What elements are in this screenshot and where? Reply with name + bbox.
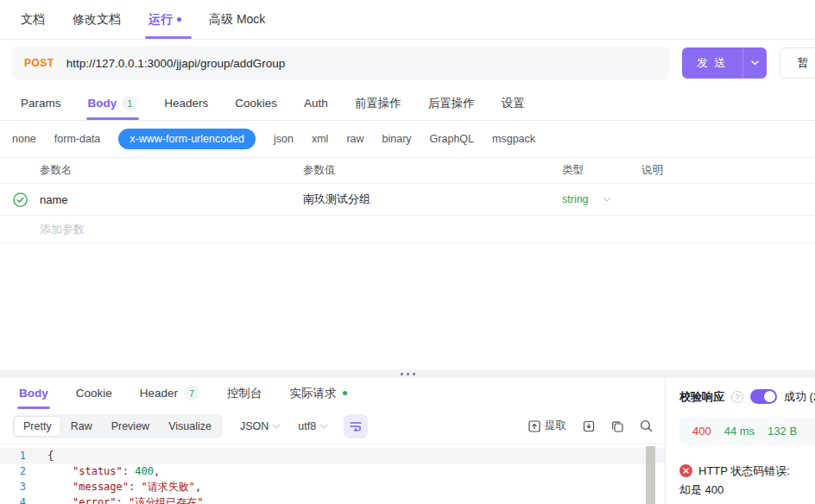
body-type-graphql[interactable]: GraphQL xyxy=(430,133,474,145)
code-line: 2 "status": 400, xyxy=(0,463,665,479)
unsaved-dot xyxy=(177,17,181,22)
tab-cookies-label: Cookies xyxy=(235,97,277,110)
download-button[interactable] xyxy=(583,420,595,432)
table-row: name 南玖测试分组 string xyxy=(0,184,815,216)
body-type-binary[interactable]: binary xyxy=(382,133,412,145)
tab-body-label: Body xyxy=(88,97,117,110)
chevron-down-icon xyxy=(319,424,328,429)
request-bar: POST 发 送 暂 存 xyxy=(0,40,815,86)
toolbar-right-icons: 提取 xyxy=(528,419,653,433)
size-value: 132 B xyxy=(768,425,797,438)
encoding-select-value: utf8 xyxy=(298,420,316,432)
body-type-form-data[interactable]: form-data xyxy=(54,133,101,145)
body-type-raw[interactable]: raw xyxy=(346,133,363,145)
view-mode-preview[interactable]: Preview xyxy=(102,416,159,437)
tab-post-actions-label: 后置操作 xyxy=(428,96,475,111)
copy-button[interactable] xyxy=(611,420,623,432)
code-line: 3 "message": "请求失败", xyxy=(0,479,665,495)
search-icon xyxy=(640,419,653,432)
resp-tab-cookie[interactable]: Cookie xyxy=(76,378,112,409)
word-wrap-button[interactable] xyxy=(344,414,368,438)
resp-tab-console-label: 控制台 xyxy=(227,386,262,401)
resp-tab-actual-request[interactable]: 实际请求 xyxy=(290,378,347,409)
tab-headers-label: Headers xyxy=(164,97,208,110)
add-param-row[interactable]: 添加参数 xyxy=(0,216,815,243)
tab-params[interactable]: Params xyxy=(21,86,61,120)
duration-value: 44 ms xyxy=(724,425,755,438)
header-param-name: 参数名 xyxy=(40,163,303,178)
scrollbar[interactable] xyxy=(646,446,655,504)
tab-settings[interactable]: 设置 xyxy=(502,86,525,120)
panel-resize-handle[interactable] xyxy=(0,370,815,378)
response-body-viewer[interactable]: 1 { 2 "status": 400, 3 "message": "请求失败"… xyxy=(0,444,665,504)
doc-tab-bar: 文档 修改文档 运行 高级 Mock xyxy=(0,0,815,40)
chevron-down-icon xyxy=(603,197,611,202)
validation-toggle[interactable] xyxy=(750,389,777,404)
search-button[interactable] xyxy=(640,419,653,432)
send-button[interactable]: 发 送 xyxy=(682,47,742,79)
body-type-urlencoded[interactable]: x-www-form-urlencoded xyxy=(118,129,256,149)
tab-pre-actions-label: 前置操作 xyxy=(355,96,401,111)
param-name-cell[interactable]: name xyxy=(40,193,303,206)
stash-button[interactable]: 暂 存 xyxy=(780,47,815,79)
body-type-json[interactable]: json xyxy=(274,133,294,145)
error-text-line2: 却是 400 xyxy=(679,481,815,500)
status-code-value: 400 xyxy=(692,425,711,438)
actual-request-dot xyxy=(343,391,347,395)
url-input[interactable] xyxy=(66,57,584,70)
extract-button[interactable]: 提取 xyxy=(528,419,566,433)
validation-panel: 校验响应 成功 (2 400 44 ms 132 B HTTP 状态码错误: 却… xyxy=(665,378,815,504)
url-box[interactable]: POST xyxy=(12,47,669,79)
response-main: Body Cookie Header7 控制台 实际请求 Pretty Raw … xyxy=(0,378,665,504)
view-mode-visualize[interactable]: Visualize xyxy=(159,416,221,437)
resp-tab-body[interactable]: Body xyxy=(19,378,48,409)
error-text-line1: HTTP 状态码错误: xyxy=(698,462,790,481)
add-param-placeholder: 添加参数 xyxy=(40,222,303,237)
body-type-xml[interactable]: xml xyxy=(312,133,328,145)
tab-params-label: Params xyxy=(21,97,61,110)
resp-tab-actual-request-label: 实际请求 xyxy=(290,386,337,401)
validation-header: 校验响应 成功 (2 xyxy=(679,389,815,405)
extract-label: 提取 xyxy=(545,419,566,433)
tab-edit-document[interactable]: 修改文档 xyxy=(73,0,121,39)
header-param-value: 参数值 xyxy=(303,163,562,178)
tab-auth[interactable]: Auth xyxy=(304,86,328,120)
tab-body[interactable]: Body1 xyxy=(88,86,138,120)
enabled-check-icon[interactable] xyxy=(13,192,28,207)
encoding-select[interactable]: utf8 xyxy=(298,420,328,432)
format-select[interactable]: JSON xyxy=(240,420,281,432)
resp-tab-header[interactable]: Header7 xyxy=(140,378,199,409)
tab-pre-actions[interactable]: 前置操作 xyxy=(355,86,401,120)
params-table: 参数名 参数值 类型 说明 name 南玖测试分组 string 添加参数 xyxy=(0,157,815,243)
download-icon xyxy=(583,420,595,432)
chevron-down-icon xyxy=(272,424,281,429)
tab-advanced-mock-label: 高级 Mock xyxy=(209,12,265,28)
tab-document[interactable]: 文档 xyxy=(21,0,45,39)
copy-icon xyxy=(611,420,623,432)
response-tab-bar: Body Cookie Header7 控制台 实际请求 xyxy=(0,378,665,409)
tab-headers[interactable]: Headers xyxy=(164,86,208,120)
tab-settings-label: 设置 xyxy=(502,96,525,111)
tab-cookies[interactable]: Cookies xyxy=(235,86,277,120)
format-select-value: JSON xyxy=(240,420,269,432)
response-section: Body Cookie Header7 控制台 实际请求 Pretty Raw … xyxy=(0,378,815,504)
params-table-header: 参数名 参数值 类型 说明 xyxy=(0,157,815,184)
send-dropdown-button[interactable] xyxy=(742,47,767,79)
view-mode-pretty[interactable]: Pretty xyxy=(14,416,61,437)
tab-run[interactable]: 运行 xyxy=(148,0,181,39)
body-type-msgpack[interactable]: msgpack xyxy=(492,133,535,145)
validation-title: 校验响应 xyxy=(679,389,724,405)
tab-post-actions[interactable]: 后置操作 xyxy=(428,86,475,120)
request-tab-bar: Params Body1 Headers Cookies Auth 前置操作 后… xyxy=(0,86,815,121)
body-type-bar: none form-data x-www-form-urlencoded jso… xyxy=(0,121,815,157)
help-icon[interactable] xyxy=(731,391,743,403)
header-param-type: 类型 xyxy=(562,163,641,178)
tab-advanced-mock[interactable]: 高级 Mock xyxy=(209,0,265,39)
body-type-none[interactable]: none xyxy=(12,133,36,145)
param-value-cell[interactable]: 南玖测试分组 xyxy=(303,192,562,207)
line-number: 4 xyxy=(0,495,38,504)
body-count-badge: 1 xyxy=(122,96,137,110)
param-type-select[interactable]: string xyxy=(562,193,641,205)
resp-tab-console[interactable]: 控制台 xyxy=(227,378,262,409)
view-mode-raw[interactable]: Raw xyxy=(61,416,102,437)
